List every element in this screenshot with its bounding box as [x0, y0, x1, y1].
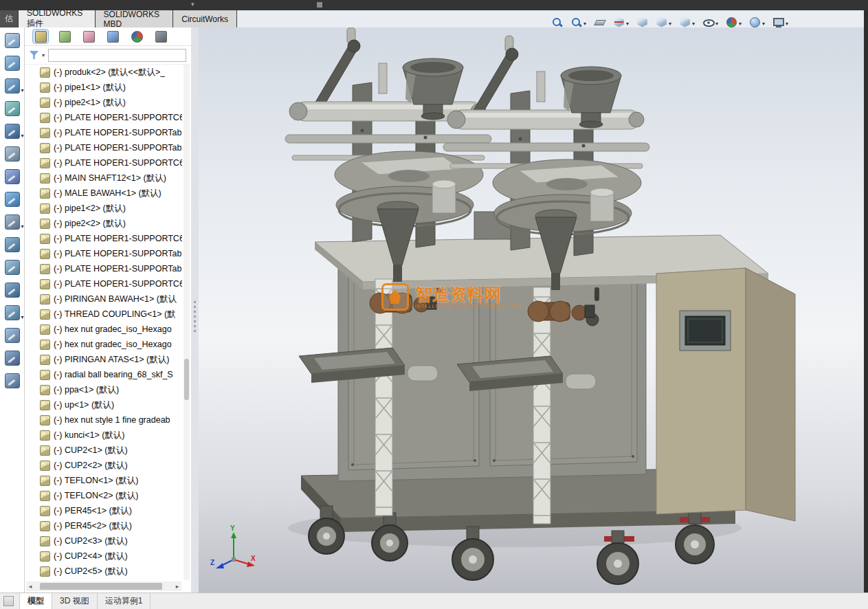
toolbar-caret-icon[interactable]: ▾ — [191, 1, 194, 8]
measure-button[interactable] — [3, 237, 21, 252]
tree-item-label: (-) TEFLON<2> (默认) — [54, 490, 138, 502]
appearance-icon — [5, 305, 20, 320]
tree-item[interactable]: (-) PLATE HOPER1-SUPPORTC6 — [25, 276, 182, 291]
addins-tab[interactable] — [153, 30, 168, 43]
tree-item[interactable]: (-) PIRINGAN BAWAH<1> (默认 — [25, 291, 182, 307]
tree-item-label: (-) PIRINGAN BAWAH<1> (默认 — [54, 294, 177, 305]
annotations-button[interactable] — [3, 351, 21, 366]
section-view-icon — [613, 16, 625, 28]
filter-funnel-icon[interactable] — [30, 51, 38, 59]
command-tab-solidworks-addins[interactable]: SOLIDWORKS 插件 — [19, 10, 96, 27]
tree-item[interactable]: (-) MAIN SHAFT12<1> (默认) — [25, 170, 182, 186]
view-settings-button[interactable] — [771, 14, 790, 30]
configurationmanager-tab[interactable] — [81, 30, 96, 43]
drawing-button[interactable] — [3, 146, 21, 162]
filter-caret-icon[interactable]: ▾ — [42, 52, 45, 58]
zoom-area-button[interactable] — [569, 14, 588, 30]
featuremanager-tab[interactable] — [33, 30, 48, 43]
tree-item[interactable]: (-) CUP2<3> (默认) — [25, 533, 182, 549]
section-view-button[interactable] — [612, 14, 630, 30]
rotate-view-button[interactable] — [3, 192, 21, 207]
tree-item[interactable]: (-) PLATE HOPER1-SUPPORTab — [25, 140, 182, 155]
tree-item[interactable]: (-) kunci<1> (默认) — [25, 428, 182, 443]
scene-button[interactable] — [3, 328, 21, 343]
tree-item[interactable]: (-) hex nut gradec_iso_Hexago — [25, 322, 182, 337]
tree-item[interactable]: (-) PLATE HOPER1-SUPPORTC6 — [25, 231, 182, 246]
watermark: 智造资料网 INTELLIGENT MANUFACTURING DATA — [381, 283, 521, 311]
filter-input[interactable] — [48, 49, 186, 62]
tree-item[interactable]: (-) TEFLON<2> (默认) — [25, 488, 182, 503]
sketch-button[interactable] — [3, 56, 21, 71]
tree-item[interactable]: (-) pipe2<2> (默认) — [25, 216, 182, 231]
tree-item[interactable]: (-) PLATE HOPER1-SUPPORTab — [25, 261, 182, 276]
apply-scene-button[interactable] — [748, 14, 766, 30]
propertymanager-tab[interactable] — [57, 30, 72, 43]
zoom-fit-button[interactable] — [550, 15, 564, 30]
annotation-view-button[interactable] — [635, 15, 649, 30]
annotation-view-icon — [636, 16, 648, 28]
tree-item[interactable]: (-) ppa<1> (默认) — [25, 382, 182, 397]
displaymanager-tab[interactable] — [129, 30, 144, 43]
featuremanager-panel: ▾ (-) produk<2> (默认<<默认>_(-) pipe1<1> (默… — [25, 27, 191, 593]
pan-button[interactable] — [3, 214, 21, 230]
tree-item[interactable]: (-) PLATE HOPER1-SUPPORTC6 — [25, 155, 182, 170]
tree-item[interactable]: (-) PLATE HOPER1-SUPPORTC6 — [25, 110, 182, 125]
tree-item[interactable]: (-) radial ball bearing_68_skf_S — [25, 367, 182, 382]
rotate-view-icon — [5, 192, 20, 207]
command-tab-circuitworks[interactable]: CircuitWorks — [173, 10, 237, 27]
tree-item[interactable]: (-) PLATE HOPER1-SUPPORTab — [25, 246, 182, 261]
view-orientation-button[interactable] — [654, 14, 673, 30]
tree-item[interactable]: (-) THREAD COUPLING<1> (默 — [25, 307, 182, 322]
command-tab-solidworks-mbd[interactable]: SOLIDWORKS MBD — [96, 10, 174, 27]
scrollbar-track[interactable] — [34, 582, 173, 591]
dimxpertmanager-tab[interactable] — [105, 30, 120, 43]
tree-item[interactable]: (-) pipe2<1> (默认) — [25, 95, 182, 110]
tree-item[interactable]: (-) pipe1<2> (默认) — [25, 201, 182, 216]
dropdown-caret-icon — [21, 128, 23, 140]
tree-item[interactable]: (-) MALE BAWAH<1> (默认) — [25, 186, 182, 201]
tree-item[interactable]: (-) hex nut style 1 fine gradeab — [25, 412, 182, 428]
section-button[interactable] — [3, 283, 21, 298]
status-tab-3d-view[interactable]: 3D 视图 — [52, 593, 98, 609]
camera-button[interactable] — [3, 169, 21, 184]
tree-item[interactable]: (-) produk<2> (默认<<默认>_ — [25, 65, 182, 80]
hide-show-items-button[interactable] — [701, 14, 720, 30]
tree-item[interactable]: (-) PLATE HOPER1-SUPPORTab — [25, 125, 182, 140]
tree-item[interactable]: (-) pipe1<1> (默认) — [25, 80, 182, 95]
status-tab-motion-study1[interactable]: 运动算例1 — [98, 593, 151, 609]
mass-properties-button[interactable] — [3, 260, 21, 275]
scrollbar-thumb[interactable] — [40, 583, 162, 590]
scroll-right-arrow[interactable]: ▸ — [173, 582, 181, 591]
surfaces-button[interactable] — [3, 101, 21, 116]
graphics-viewport[interactable]: 智造资料网 INTELLIGENT MANUFACTURING DATA Y X… — [199, 27, 864, 593]
quick-access-icon[interactable] — [317, 2, 322, 8]
tree-vertical-scrollbar[interactable] — [183, 65, 190, 580]
tree-item[interactable]: (-) CUP2<2> (默认) — [25, 458, 182, 473]
status-tab-model[interactable]: 模型 — [19, 593, 52, 609]
select-button[interactable] — [3, 33, 21, 48]
display-style-button[interactable] — [678, 14, 696, 30]
tree-item[interactable]: (-) CUP2<1> (默认) — [25, 443, 182, 458]
tree-horizontal-scrollbar[interactable]: ◂ ▸ — [26, 582, 181, 591]
tree-item[interactable]: (-) PER45<2> (默认) — [25, 518, 182, 533]
tree-item[interactable]: (-) PER45<1> (默认) — [25, 503, 182, 518]
tree-filter-row: ▾ — [25, 46, 191, 65]
machine-3d-model[interactable] — [199, 27, 864, 593]
edit-appearance-button[interactable] — [724, 14, 743, 30]
options-button[interactable] — [3, 373, 21, 388]
assembly-button[interactable] — [3, 124, 21, 139]
tree-item[interactable]: (-) CUP2<4> (默认) — [25, 549, 182, 564]
tree-item[interactable]: (-) up<1> (默认) — [25, 397, 182, 412]
scroll-left-arrow[interactable]: ◂ — [26, 582, 34, 591]
tree-item[interactable]: (-) CUP2<5> (默认) — [25, 564, 182, 579]
appearance-button[interactable] — [3, 305, 21, 320]
scrollbar-thumb[interactable] — [184, 359, 189, 400]
tree-item[interactable]: (-) hex nut gradec_iso_Hexago — [25, 337, 182, 352]
command-tab-evaluate-partial[interactable]: 估 — [0, 10, 19, 27]
component-part-icon — [40, 445, 50, 456]
tree-item[interactable]: (-) TEFLON<1> (默认) — [25, 473, 182, 488]
features-button[interactable] — [3, 78, 21, 93]
panel-splitter[interactable] — [191, 27, 199, 593]
previous-view-button[interactable] — [592, 15, 607, 30]
tree-item[interactable]: (-) PIRINGAN ATAS<1> (默认) — [25, 352, 182, 367]
